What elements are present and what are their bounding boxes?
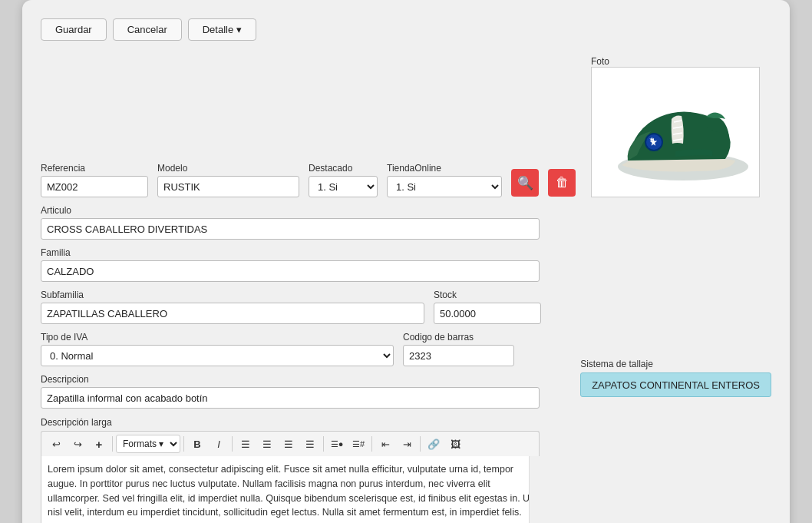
modelo-label: Modelo: [157, 163, 299, 174]
add-button[interactable]: +: [89, 435, 109, 453]
bold-button[interactable]: B: [187, 435, 207, 453]
list-num-button[interactable]: ☰#: [348, 435, 368, 453]
link-button[interactable]: 🔗: [424, 435, 444, 453]
referencia-group: Referencia: [41, 163, 148, 197]
divider6: [420, 436, 421, 452]
destacado-select[interactable]: 1. Si 2. No: [309, 176, 378, 197]
search-button[interactable]: 🔍: [511, 169, 539, 197]
stock-input[interactable]: [434, 303, 541, 324]
descripcion-group: Descripcion: [41, 374, 568, 409]
destacado-group: Destacado 1. Si 2. No: [309, 163, 378, 197]
delete-button[interactable]: 🗑: [548, 169, 576, 197]
modelo-input[interactable]: [157, 176, 299, 197]
sistema-tallaje-button[interactable]: ZAPATOS CONTINENTAL ENTEROS: [580, 372, 771, 397]
search-icon: 🔍: [517, 175, 533, 191]
descripcion-larga-group: Descripción larga: [41, 416, 568, 428]
tiendaonline-group: TiendaOnline 1. Si 2. No: [387, 163, 502, 197]
align-center-button[interactable]: ☰: [257, 435, 277, 453]
indent-dec-button[interactable]: ⇤: [375, 435, 395, 453]
destacado-label: Destacado: [309, 163, 378, 174]
list-bullet-button[interactable]: ☰●: [327, 435, 347, 453]
modelo-group: Modelo: [157, 163, 299, 197]
editor-container: ↩ ↪ + Formats ▾ B I ☰ ☰ ☰ ☰ ☰●: [41, 431, 540, 523]
divider4: [323, 436, 324, 452]
main-content: Articulo Familia Subfamilia Stock: [41, 205, 771, 523]
align-right-button[interactable]: ☰: [279, 435, 299, 453]
foto-label: Foto: [591, 56, 609, 67]
shoe-image: ★: [599, 74, 752, 190]
familia-input[interactable]: [41, 260, 540, 282]
align-left-button[interactable]: ☰: [236, 435, 256, 453]
italic-button[interactable]: I: [209, 435, 229, 453]
foto-area: Foto: [591, 56, 760, 197]
tiendaonline-label: TiendaOnline: [387, 163, 502, 174]
svg-text:★: ★: [649, 137, 655, 142]
referencia-input[interactable]: [41, 176, 148, 197]
articulo-label: Articulo: [41, 205, 568, 216]
descripcion-input[interactable]: [41, 387, 540, 409]
justify-button[interactable]: ☰: [300, 435, 320, 453]
editor-content-area[interactable]: Lorem ipsum dolor sit amet, consectetur …: [41, 456, 540, 523]
descripcion-larga-label: Descripción larga: [41, 417, 112, 428]
divider5: [371, 436, 372, 452]
right-column: Sistema de tallaje ZAPATOS CONTINENTAL E…: [580, 359, 771, 523]
save-button[interactable]: Guardar: [41, 18, 107, 41]
editor-text: Lorem ipsum dolor sit amet, consectetur …: [48, 462, 533, 523]
divider1: [112, 436, 113, 452]
image-button[interactable]: 🖼: [445, 435, 465, 453]
articulo-group: Articulo: [41, 205, 568, 240]
tipo-iva-label: Tipo de IVA: [41, 332, 394, 343]
referencia-label: Referencia: [41, 163, 148, 174]
detail-dropdown-arrow: ▾: [236, 24, 242, 35]
subfamilia-input[interactable]: [41, 303, 424, 324]
subfamilia-label: Subfamilia: [41, 290, 424, 300]
stock-label: Stock: [434, 290, 541, 300]
top-fields-row: Referencia Modelo Destacado 1. Si 2. No …: [41, 56, 771, 197]
familia-label: Familia: [41, 247, 568, 258]
tiendaonline-select[interactable]: 1. Si 2. No: [387, 176, 502, 197]
codigo-barras-label: Codigo de barras: [403, 332, 514, 343]
undo-button[interactable]: ↩: [46, 435, 66, 453]
divider2: [183, 436, 184, 452]
indent-inc-button[interactable]: ⇥: [397, 435, 417, 453]
codigo-barras-group: Codigo de barras: [403, 332, 514, 366]
subfamilia-stock-row: Subfamilia Stock: [41, 290, 568, 324]
main-window: Guardar Cancelar Detalle ▾ Referencia Mo…: [22, 0, 790, 523]
articulo-input[interactable]: [41, 218, 540, 240]
subfamilia-group: Subfamilia: [41, 290, 424, 324]
familia-group: Familia: [41, 247, 568, 282]
divider3: [232, 436, 233, 452]
foto-box: ★: [591, 67, 760, 197]
iva-barras-row: Tipo de IVA 0. Normal 1. Reducido 2. Sup…: [41, 332, 568, 366]
tipo-iva-select[interactable]: 0. Normal 1. Reducido 2. Superreducido: [41, 345, 394, 366]
tipo-iva-group: Tipo de IVA 0. Normal 1. Reducido 2. Sup…: [41, 332, 394, 366]
formats-dropdown[interactable]: Formats ▾: [116, 435, 180, 453]
codigo-barras-input[interactable]: [403, 345, 514, 366]
editor-scrollbar[interactable]: [529, 456, 540, 523]
detail-button[interactable]: Detalle ▾: [188, 18, 256, 41]
editor-body: Lorem ipsum dolor sit amet, consectetur …: [41, 456, 540, 523]
trash-icon: 🗑: [556, 175, 569, 190]
stock-group: Stock: [434, 290, 541, 324]
cancel-button[interactable]: Cancelar: [113, 18, 182, 41]
left-column: Articulo Familia Subfamilia Stock: [41, 205, 568, 523]
toolbar: Guardar Cancelar Detalle ▾: [41, 18, 771, 41]
descripcion-label: Descripcion: [41, 374, 568, 385]
editor-toolbar: ↩ ↪ + Formats ▾ B I ☰ ☰ ☰ ☰ ☰●: [41, 431, 540, 456]
redo-button[interactable]: ↪: [68, 435, 87, 453]
sistema-tallaje-label: Sistema de tallaje: [580, 359, 653, 369]
